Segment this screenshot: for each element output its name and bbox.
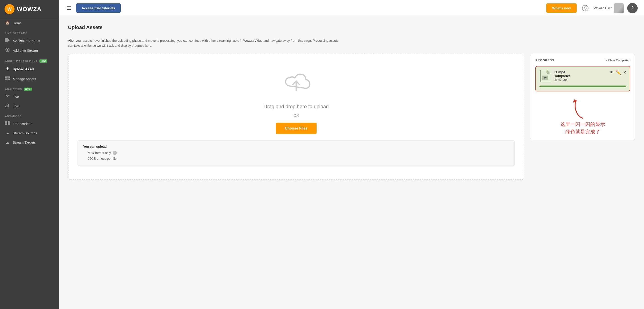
sidebar-label-live: Live [13,95,19,99]
sidebar-label-upload-asset: Upload Asset [13,67,34,71]
progress-item-info: 01.mp4 Complete! 30.97 MB [554,70,606,82]
sidebar-label-stream-targets: Stream Targets [13,140,36,144]
section-advanced: ADVANCED [0,111,59,119]
page-title: Upload Assets [68,25,635,31]
progress-bar [540,86,626,87]
progress-item-top: 01.mp4 Complete! 30.97 MB 👁 ✏️ ✕ [540,70,626,83]
sidebar-label-stream-sources: Stream Sources [13,131,37,135]
logo-text: WOWZA [17,6,42,13]
sidebar-item-live[interactable]: Live [0,92,59,101]
two-column-layout: Drag and drop here to upload OR Choose F… [68,54,635,180]
progress-file-size: 30.97 MB [554,78,606,82]
sidebar-logo: W WOWZA [0,0,59,18]
annotation-text: 这里一闪一闪的显示 绿色就是完成了 [560,120,605,135]
progress-title: PROGRESS [536,59,554,62]
info-bullet-2: 25GB or less per file [88,156,116,162]
sidebar-label-home: Home [13,21,22,25]
sidebar-label-add-live-stream: Add Live Stream [13,49,38,52]
sidebar-label-transcoders: Transcoders [13,122,32,126]
svg-rect-9 [8,79,10,80]
upload-info-item-2: 25GB or less per file [88,156,509,162]
sidebar-item-home[interactable]: 🏠 Home [0,18,59,28]
support-icon-button[interactable] [580,3,590,13]
trial-button[interactable]: Access trial tutorials [76,4,121,13]
svg-rect-17 [8,123,10,125]
sidebar-label-historic: Live [13,104,19,108]
sidebar-item-upload-asset[interactable]: Upload Asset [0,64,59,74]
annotation-area: 这里一闪一闪的显示 绿色就是完成了 [536,98,630,135]
upload-info-item-1: MP4 format only ? [88,150,509,156]
transcoders-icon [5,121,10,126]
svg-rect-7 [8,77,10,78]
live-icon [5,95,10,99]
section-analytics: ANALYTICS NEW [0,84,59,92]
progress-header: PROGRESS × Clear Completed [536,59,630,62]
info-tooltip-icon[interactable]: ? [113,151,117,155]
manage-assets-icon [5,77,10,81]
content-area: Upload Assets After your assets have fin… [59,16,644,309]
annotation-arrow [569,98,596,120]
badge-new-asset: NEW [40,60,48,63]
drag-drop-text: Drag and drop here to upload [264,104,328,110]
clear-completed-button[interactable]: × Clear Completed [606,59,630,62]
sidebar-item-historic[interactable]: Live [0,101,59,111]
header: ☰ Access trial tutorials What's new Wowz… [59,0,644,16]
progress-panel: PROGRESS × Clear Completed 01.mp4 [530,54,635,140]
or-separator: OR [294,114,299,118]
info-bullet: MP4 format only [88,150,111,156]
section-asset-management: ASSET MANAGEMENT NEW [0,55,59,64]
close-icon[interactable]: ✕ [623,70,626,75]
sidebar-label-manage-assets: Manage Assets [13,77,36,81]
badge-new-analytics: NEW [24,88,32,91]
annotation-line2: 绿色就是完成了 [565,129,600,135]
progress-bar-fill [540,86,626,87]
historic-icon [5,104,10,108]
view-icon[interactable]: 👁 [610,70,614,75]
sidebar-item-add-live-stream[interactable]: Add Live Stream [0,45,59,55]
svg-rect-12 [6,105,8,107]
sidebar-item-available-streams[interactable]: Available Streams [0,36,59,45]
help-button[interactable]: ? [627,3,638,13]
choose-files-button[interactable]: Choose Files [276,123,316,134]
svg-marker-27 [572,98,578,103]
logo-icon: W [4,4,14,14]
sidebar-item-transcoders[interactable]: Transcoders [0,119,59,128]
sidebar-item-stream-targets[interactable]: ☁ Stream Targets [0,138,59,147]
svg-point-10 [7,96,8,97]
sidebar-item-stream-sources[interactable]: ☁ Stream Sources [0,128,59,138]
sidebar-label-available-streams: Available Streams [13,39,40,43]
hamburger-button[interactable]: ☰ [65,4,72,13]
progress-file-status: Complete! [554,74,606,78]
video-icon [5,38,10,43]
svg-rect-15 [8,121,10,123]
sidebar: W WOWZA 🏠 Home LIVE STREAMS Available St… [0,0,59,309]
svg-rect-14 [5,121,7,123]
stream-targets-icon: ☁ [5,140,10,145]
stream-sources-icon: ☁ [5,131,10,135]
sidebar-item-manage-assets[interactable]: Manage Assets [0,74,59,84]
upload-info-box: You can upload MP4 format only ? 25GB or… [78,140,515,166]
main-area: ☰ Access trial tutorials What's new Wowz… [59,0,644,309]
svg-rect-16 [5,123,7,125]
svg-rect-8 [5,79,7,80]
user-avatar [614,4,624,13]
page-description: After your assets have finished the uplo… [68,38,340,48]
cloud-upload-icon [278,68,314,98]
user-area[interactable]: Wowza User [594,4,624,13]
upload-icon [5,67,10,72]
progress-item-actions: 👁 ✏️ ✕ [610,70,626,75]
whats-new-button[interactable]: What's new [546,4,577,13]
progress-item: 01.mp4 Complete! 30.97 MB 👁 ✏️ ✕ [536,66,630,91]
home-icon: 🏠 [5,21,10,25]
section-live-streams: LIVE STREAMS [0,28,59,36]
edit-icon[interactable]: ✏️ [616,70,621,75]
progress-file-name: 01.mp4 [554,70,606,74]
svg-rect-11 [5,106,6,107]
annotation-line1: 这里一闪一闪的显示 [560,121,605,127]
svg-rect-13 [8,104,9,107]
svg-marker-1 [8,39,10,41]
upload-drop-zone[interactable]: Drag and drop here to upload OR Choose F… [68,54,524,180]
user-name: Wowza User [594,6,612,10]
add-icon [5,48,10,53]
upload-info-title: You can upload [83,145,509,148]
